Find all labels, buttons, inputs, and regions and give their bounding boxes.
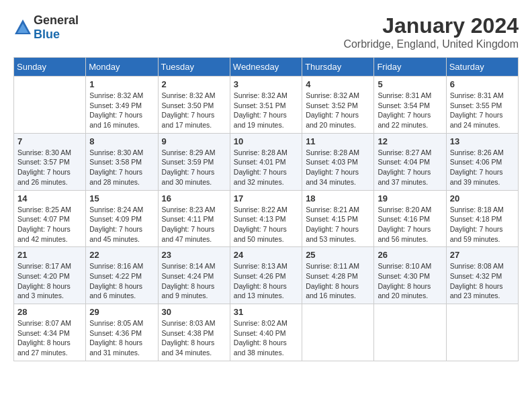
page-header: General Blue January 2024 Corbridge, Eng… bbox=[13, 13, 519, 50]
day-detail: Sunrise: 8:28 AM Sunset: 4:03 PM Dayligh… bbox=[306, 148, 370, 187]
weekday-row: SundayMondayTuesdayWednesdayThursdayFrid… bbox=[14, 58, 519, 77]
day-number: 3 bbox=[234, 79, 298, 89]
logo-general: General bbox=[34, 13, 79, 27]
day-detail: Sunrise: 8:32 AM Sunset: 3:50 PM Dayligh… bbox=[162, 91, 226, 130]
day-number: 2 bbox=[162, 79, 226, 89]
day-detail: Sunrise: 8:21 AM Sunset: 4:15 PM Dayligh… bbox=[306, 205, 370, 244]
weekday-header: Saturday bbox=[446, 58, 518, 77]
calendar-cell: 29Sunrise: 8:05 AM Sunset: 4:36 PM Dayli… bbox=[86, 304, 158, 361]
day-detail: Sunrise: 8:32 AM Sunset: 3:52 PM Dayligh… bbox=[306, 91, 370, 130]
calendar-cell: 30Sunrise: 8:03 AM Sunset: 4:38 PM Dayli… bbox=[158, 304, 230, 361]
logo: General Blue bbox=[13, 13, 79, 42]
calendar-cell: 13Sunrise: 8:26 AM Sunset: 4:06 PM Dayli… bbox=[446, 133, 518, 190]
calendar-cell: 25Sunrise: 8:11 AM Sunset: 4:28 PM Dayli… bbox=[302, 247, 374, 304]
calendar-body: 1Sunrise: 8:32 AM Sunset: 3:49 PM Daylig… bbox=[14, 77, 519, 361]
day-number: 23 bbox=[162, 250, 226, 260]
calendar-cell: 20Sunrise: 8:18 AM Sunset: 4:18 PM Dayli… bbox=[446, 190, 518, 247]
weekday-header: Tuesday bbox=[158, 58, 230, 77]
day-number: 31 bbox=[234, 307, 298, 317]
calendar-cell: 16Sunrise: 8:23 AM Sunset: 4:11 PM Dayli… bbox=[158, 190, 230, 247]
day-detail: Sunrise: 8:05 AM Sunset: 4:36 PM Dayligh… bbox=[89, 318, 154, 358]
day-number: 8 bbox=[89, 136, 154, 146]
calendar-cell: 26Sunrise: 8:10 AM Sunset: 4:30 PM Dayli… bbox=[374, 247, 446, 304]
day-number: 17 bbox=[234, 193, 298, 203]
day-detail: Sunrise: 8:32 AM Sunset: 3:49 PM Dayligh… bbox=[89, 91, 154, 130]
day-detail: Sunrise: 8:08 AM Sunset: 4:32 PM Dayligh… bbox=[450, 261, 515, 301]
day-detail: Sunrise: 8:26 AM Sunset: 4:06 PM Dayligh… bbox=[450, 148, 515, 187]
day-detail: Sunrise: 8:32 AM Sunset: 3:51 PM Dayligh… bbox=[234, 91, 298, 130]
calendar-cell: 14Sunrise: 8:25 AM Sunset: 4:07 PM Dayli… bbox=[14, 190, 86, 247]
day-detail: Sunrise: 8:16 AM Sunset: 4:22 PM Dayligh… bbox=[89, 261, 154, 301]
day-number: 7 bbox=[17, 136, 82, 146]
calendar-cell: 9Sunrise: 8:29 AM Sunset: 3:59 PM Daylig… bbox=[158, 133, 230, 190]
logo-blue: Blue bbox=[34, 28, 60, 41]
calendar-cell bbox=[446, 304, 518, 361]
calendar-cell: 15Sunrise: 8:24 AM Sunset: 4:09 PM Dayli… bbox=[86, 190, 158, 247]
calendar-cell: 2Sunrise: 8:32 AM Sunset: 3:50 PM Daylig… bbox=[158, 77, 230, 134]
calendar-cell: 12Sunrise: 8:27 AM Sunset: 4:04 PM Dayli… bbox=[374, 133, 446, 190]
calendar-cell: 21Sunrise: 8:17 AM Sunset: 4:20 PM Dayli… bbox=[14, 247, 86, 304]
day-detail: Sunrise: 8:14 AM Sunset: 4:24 PM Dayligh… bbox=[162, 261, 226, 301]
day-detail: Sunrise: 8:27 AM Sunset: 4:04 PM Dayligh… bbox=[378, 148, 442, 187]
day-number: 15 bbox=[89, 193, 154, 203]
day-number: 29 bbox=[89, 307, 154, 317]
logo-icon bbox=[13, 18, 32, 37]
day-number: 13 bbox=[450, 136, 515, 146]
day-number: 18 bbox=[306, 193, 370, 203]
calendar-cell: 28Sunrise: 8:07 AM Sunset: 4:34 PM Dayli… bbox=[14, 304, 86, 361]
calendar-cell bbox=[302, 304, 374, 361]
day-number: 6 bbox=[450, 79, 515, 89]
day-number: 26 bbox=[378, 250, 442, 260]
calendar-cell: 6Sunrise: 8:31 AM Sunset: 3:55 PM Daylig… bbox=[446, 77, 518, 134]
day-detail: Sunrise: 8:31 AM Sunset: 3:55 PM Dayligh… bbox=[450, 91, 515, 130]
calendar-cell: 7Sunrise: 8:30 AM Sunset: 3:57 PM Daylig… bbox=[14, 133, 86, 190]
day-number: 5 bbox=[378, 79, 442, 89]
day-number: 22 bbox=[89, 250, 154, 260]
day-number: 4 bbox=[306, 79, 370, 89]
day-number: 28 bbox=[17, 307, 82, 317]
day-number: 16 bbox=[162, 193, 226, 203]
calendar-cell: 4Sunrise: 8:32 AM Sunset: 3:52 PM Daylig… bbox=[302, 77, 374, 134]
calendar-cell: 23Sunrise: 8:14 AM Sunset: 4:24 PM Dayli… bbox=[158, 247, 230, 304]
day-number: 10 bbox=[234, 136, 298, 146]
day-number: 9 bbox=[162, 136, 226, 146]
day-detail: Sunrise: 8:25 AM Sunset: 4:07 PM Dayligh… bbox=[17, 205, 82, 244]
calendar-week: 1Sunrise: 8:32 AM Sunset: 3:49 PM Daylig… bbox=[14, 77, 519, 134]
day-detail: Sunrise: 8:29 AM Sunset: 3:59 PM Dayligh… bbox=[162, 148, 226, 187]
day-detail: Sunrise: 8:22 AM Sunset: 4:13 PM Dayligh… bbox=[234, 205, 298, 244]
day-detail: Sunrise: 8:11 AM Sunset: 4:28 PM Dayligh… bbox=[306, 261, 370, 301]
day-detail: Sunrise: 8:30 AM Sunset: 3:57 PM Dayligh… bbox=[17, 148, 82, 187]
calendar-cell: 10Sunrise: 8:28 AM Sunset: 4:01 PM Dayli… bbox=[230, 133, 302, 190]
calendar-cell: 17Sunrise: 8:22 AM Sunset: 4:13 PM Dayli… bbox=[230, 190, 302, 247]
weekday-header: Monday bbox=[86, 58, 158, 77]
calendar-week: 14Sunrise: 8:25 AM Sunset: 4:07 PM Dayli… bbox=[14, 190, 519, 247]
day-detail: Sunrise: 8:02 AM Sunset: 4:40 PM Dayligh… bbox=[234, 318, 298, 358]
day-detail: Sunrise: 8:30 AM Sunset: 3:58 PM Dayligh… bbox=[89, 148, 154, 187]
weekday-header: Thursday bbox=[302, 58, 374, 77]
day-number: 25 bbox=[306, 250, 370, 260]
day-number: 11 bbox=[306, 136, 370, 146]
calendar-cell: 5Sunrise: 8:31 AM Sunset: 3:54 PM Daylig… bbox=[374, 77, 446, 134]
day-detail: Sunrise: 8:20 AM Sunset: 4:16 PM Dayligh… bbox=[378, 205, 442, 244]
calendar-week: 21Sunrise: 8:17 AM Sunset: 4:20 PM Dayli… bbox=[14, 247, 519, 304]
day-detail: Sunrise: 8:17 AM Sunset: 4:20 PM Dayligh… bbox=[17, 261, 82, 301]
calendar-cell: 24Sunrise: 8:13 AM Sunset: 4:26 PM Dayli… bbox=[230, 247, 302, 304]
day-detail: Sunrise: 8:10 AM Sunset: 4:30 PM Dayligh… bbox=[378, 261, 442, 301]
logo-text: General Blue bbox=[34, 13, 79, 42]
day-detail: Sunrise: 8:03 AM Sunset: 4:38 PM Dayligh… bbox=[162, 318, 226, 358]
calendar-cell: 31Sunrise: 8:02 AM Sunset: 4:40 PM Dayli… bbox=[230, 304, 302, 361]
day-detail: Sunrise: 8:23 AM Sunset: 4:11 PM Dayligh… bbox=[162, 205, 226, 244]
calendar-cell: 19Sunrise: 8:20 AM Sunset: 4:16 PM Dayli… bbox=[374, 190, 446, 247]
calendar-cell: 8Sunrise: 8:30 AM Sunset: 3:58 PM Daylig… bbox=[86, 133, 158, 190]
day-number: 27 bbox=[450, 250, 515, 260]
weekday-header: Wednesday bbox=[230, 58, 302, 77]
day-detail: Sunrise: 8:31 AM Sunset: 3:54 PM Dayligh… bbox=[378, 91, 442, 130]
day-number: 21 bbox=[17, 250, 82, 260]
calendar-cell: 27Sunrise: 8:08 AM Sunset: 4:32 PM Dayli… bbox=[446, 247, 518, 304]
calendar-cell: 18Sunrise: 8:21 AM Sunset: 4:15 PM Dayli… bbox=[302, 190, 374, 247]
weekday-header: Friday bbox=[374, 58, 446, 77]
day-number: 19 bbox=[378, 193, 442, 203]
location-subtitle: Corbridge, England, United Kingdom bbox=[343, 38, 519, 50]
day-detail: Sunrise: 8:07 AM Sunset: 4:34 PM Dayligh… bbox=[17, 318, 82, 358]
day-detail: Sunrise: 8:18 AM Sunset: 4:18 PM Dayligh… bbox=[450, 205, 515, 244]
